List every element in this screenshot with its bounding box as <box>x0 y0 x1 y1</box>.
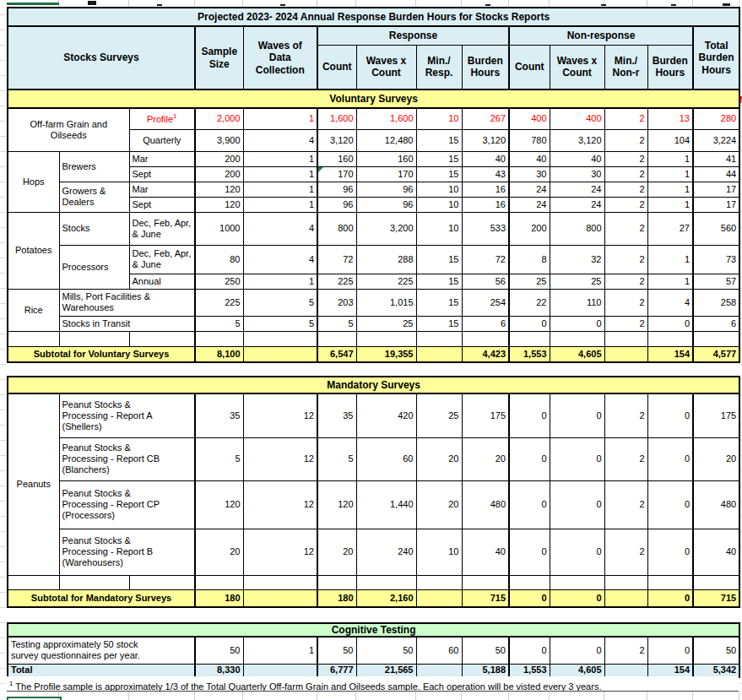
cell[interactable]: 480 <box>462 480 509 529</box>
cell[interactable]: 50 <box>317 637 356 664</box>
column-header-min-resp[interactable]: Min./ Resp. <box>416 45 462 90</box>
cell[interactable] <box>416 346 462 362</box>
cell[interactable]: 35 <box>195 393 243 437</box>
cell[interactable]: 170 <box>317 166 356 182</box>
section-header-cognitive[interactable]: Cognitive Testing <box>8 623 739 637</box>
cell[interactable]: 2,160 <box>356 589 416 607</box>
cell[interactable]: 2 <box>604 245 647 274</box>
cell[interactable] <box>509 575 550 589</box>
cell[interactable] <box>129 331 195 346</box>
cell[interactable] <box>462 575 509 589</box>
cell[interactable]: 400 <box>509 108 550 129</box>
cell[interactable] <box>550 575 604 589</box>
cell[interactable]: 154 <box>647 664 693 677</box>
cell[interactable]: 203 <box>317 289 356 316</box>
survey-cell[interactable]: Brewers <box>59 151 129 182</box>
cell[interactable]: 104 <box>647 129 693 151</box>
cell[interactable]: 120 <box>195 197 243 212</box>
cell[interactable]: 1 <box>243 197 317 212</box>
cell[interactable]: 3,900 <box>195 129 243 151</box>
cell[interactable]: 2 <box>604 637 647 664</box>
column-header-stocks-surveys[interactable]: Stocks Surveys <box>8 26 195 90</box>
survey-cell[interactable]: Stocks <box>59 212 129 245</box>
cell[interactable]: 200 <box>509 212 550 245</box>
cell[interactable]: 12 <box>243 480 317 529</box>
cell[interactable]: 24 <box>550 182 604 197</box>
cell[interactable]: 43 <box>462 166 509 182</box>
cell[interactable]: 25 <box>509 274 550 289</box>
cell[interactable]: 80 <box>195 245 243 274</box>
cell[interactable]: 20 <box>416 480 462 529</box>
cell[interactable] <box>604 575 647 589</box>
selected-cell-border[interactable] <box>7 697 62 700</box>
cell[interactable]: 50 <box>356 637 416 664</box>
cell[interactable]: 5 <box>317 437 356 480</box>
cell[interactable] <box>416 589 462 607</box>
cell[interactable]: 13 <box>647 108 693 129</box>
cell[interactable]: 40 <box>462 151 509 166</box>
cell[interactable]: 1 <box>243 637 317 664</box>
cell[interactable]: 41 <box>693 151 739 166</box>
cell[interactable]: 2 <box>604 393 647 437</box>
cell[interactable]: 288 <box>356 245 416 274</box>
cell[interactable]: 8,100 <box>195 346 243 362</box>
cell[interactable]: 715 <box>462 589 509 607</box>
cell[interactable] <box>317 575 356 589</box>
survey-cell[interactable]: Processors <box>59 245 129 289</box>
cell[interactable]: 1 <box>647 274 693 289</box>
cell[interactable]: 0 <box>550 529 604 575</box>
cell[interactable]: 40 <box>509 151 550 166</box>
category-cell[interactable]: Potatoes <box>8 212 59 289</box>
period-cell[interactable]: Sept <box>129 197 195 212</box>
cell[interactable]: 15 <box>416 166 462 182</box>
period-cell[interactable]: Dec, Feb, Apr, & June <box>129 212 195 245</box>
cell[interactable]: 400 <box>550 108 604 129</box>
category-cell[interactable]: Hops <box>8 151 59 212</box>
cell[interactable]: 170 <box>356 166 416 182</box>
column-header-min-nonresp[interactable]: Min./ Non-r <box>604 45 647 90</box>
cell[interactable]: 16 <box>462 182 509 197</box>
cell[interactable] <box>129 575 195 589</box>
cell[interactable]: 2 <box>604 529 647 575</box>
cell[interactable]: 0 <box>647 480 693 529</box>
cell[interactable]: 10 <box>416 529 462 575</box>
cell[interactable]: 96 <box>356 197 416 212</box>
survey-cell[interactable]: Peanut Stocks & Processing - Report CB (… <box>59 437 195 480</box>
cell[interactable] <box>243 589 317 607</box>
cell[interactable]: 22 <box>509 289 550 316</box>
column-group-response[interactable]: Response <box>317 26 509 45</box>
cell[interactable]: 15 <box>416 316 462 331</box>
cell[interactable]: 2 <box>604 166 647 182</box>
cell[interactable]: 1 <box>647 166 693 182</box>
cell[interactable]: 35 <box>317 393 356 437</box>
cell[interactable] <box>416 664 462 677</box>
period-cell[interactable]: Quarterly <box>129 129 195 151</box>
cell[interactable]: 715 <box>693 589 739 607</box>
cell[interactable]: 20 <box>317 529 356 575</box>
cell[interactable]: 15 <box>416 289 462 316</box>
cell[interactable]: 25 <box>356 316 416 331</box>
cell[interactable]: 0 <box>550 437 604 480</box>
cell[interactable] <box>8 575 59 589</box>
cell[interactable]: 6,547 <box>317 346 356 362</box>
cell[interactable]: 1 <box>647 245 693 274</box>
survey-cell[interactable]: Mills, Port Facilities & Warehouses <box>59 289 195 316</box>
cell[interactable]: 1,015 <box>356 289 416 316</box>
cell[interactable]: 5 <box>195 437 243 480</box>
cell[interactable]: 1 <box>243 108 317 129</box>
survey-cell[interactable]: Stocks in Transit <box>59 316 195 331</box>
cell[interactable]: 120 <box>195 182 243 197</box>
cell[interactable]: 0 <box>647 529 693 575</box>
cell[interactable]: 50 <box>693 637 739 664</box>
footnote[interactable]: 1 The Profile sample is approximately 1/… <box>7 676 739 692</box>
survey-cell[interactable]: Testing approximately 50 stock survey qu… <box>8 637 195 664</box>
cell[interactable]: 0 <box>550 316 604 331</box>
cell[interactable]: 6 <box>693 316 739 331</box>
cell[interactable]: 60 <box>416 637 462 664</box>
cell[interactable]: 480 <box>693 480 739 529</box>
cell[interactable]: 3,200 <box>356 212 416 245</box>
cell[interactable]: 4,605 <box>550 664 604 677</box>
cell[interactable]: 1 <box>647 182 693 197</box>
cell[interactable]: 30 <box>550 166 604 182</box>
section-header-voluntary[interactable]: Voluntary Surveys <box>8 90 739 108</box>
